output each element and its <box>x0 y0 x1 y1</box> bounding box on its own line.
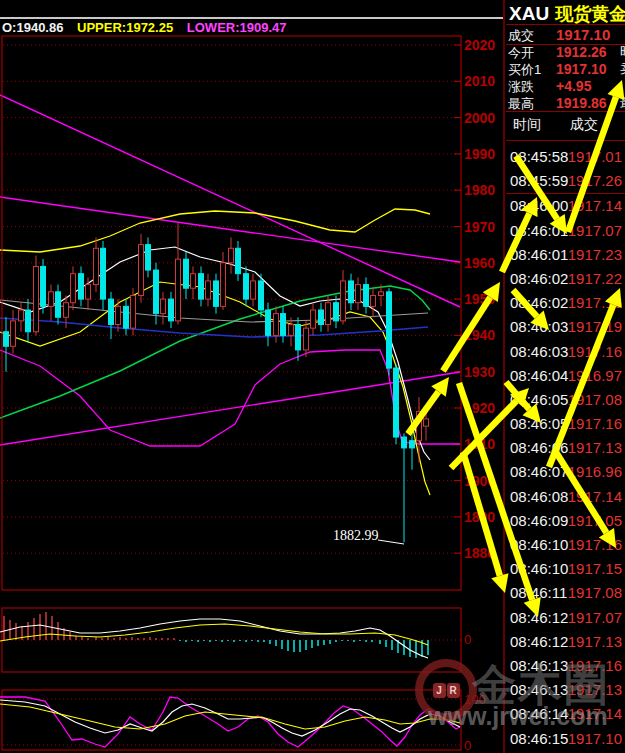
candle-body <box>371 295 376 306</box>
price-axis-label: 2000 <box>464 110 495 126</box>
candle-body <box>229 248 234 263</box>
candle-body <box>116 306 121 324</box>
candle-body <box>236 248 241 273</box>
price-column-header: 成交 <box>570 116 598 134</box>
tick-row: 08:46:141917.14 <box>506 702 625 726</box>
boll-upper-value: UPPER:1972.25 <box>77 20 173 35</box>
price-axis-label: 1970 <box>464 219 495 235</box>
price-axis-label: 1910 <box>464 436 495 452</box>
quote-next-column-label: 卖 <box>620 60 625 78</box>
tick-price: 1917.22 <box>558 267 622 291</box>
candle-body <box>124 306 129 328</box>
candle-body <box>387 292 392 368</box>
candle-body <box>379 292 384 296</box>
candle-body <box>79 274 84 299</box>
tick-price: 1916.97 <box>558 364 622 388</box>
candle-body <box>244 274 249 299</box>
candle-body <box>281 314 286 336</box>
boll-mid-value: O:1940.86 <box>2 20 63 35</box>
tick-price: 1917.16 <box>558 340 622 364</box>
quote-label: 最高 <box>508 95 556 113</box>
tick-price: 1917.23 <box>558 243 622 267</box>
candle-body <box>64 303 69 318</box>
price-axis-label: 1930 <box>464 364 495 380</box>
tick-row: 08:46:121917.13 <box>506 630 625 654</box>
tick-price: 1917.14 <box>558 702 622 726</box>
candle-body <box>41 266 46 306</box>
price-axis-label: 1960 <box>464 255 495 271</box>
trend-steep-line <box>0 95 460 307</box>
tick-price: 1917.01 <box>558 145 622 169</box>
quote-row: 买价11917.10卖 <box>508 60 625 76</box>
price-axis-label: 2010 <box>464 73 495 89</box>
candle-body <box>131 295 136 328</box>
candle-body <box>206 281 211 299</box>
tick-price: 1917.16 <box>558 533 622 557</box>
tick-row: 08:46:051917.08 <box>506 388 625 412</box>
quote-row: 成交1917.10 <box>508 26 625 42</box>
candle-body <box>356 285 361 303</box>
tick-price: 1917.14 <box>558 485 622 509</box>
candle-body <box>221 263 226 307</box>
instrument-name: 现货黄金 <box>555 4 625 24</box>
tick-row: 08:46:021917.22 <box>506 267 625 291</box>
tick-feed[interactable]: 08:45:581917.0108:45:591917.2608:46:0019… <box>506 145 625 751</box>
trading-terminal: O:1940.86 UPPER:1972.25 LOWER:1909.47 20… <box>0 0 625 753</box>
quote-panel: XAU现货黄金 成交1917.10今开1912.26昨买价11917.10卖涨跌… <box>506 0 625 753</box>
boll-upper-line <box>0 209 430 252</box>
candle-body <box>34 266 39 331</box>
candle-body <box>49 292 54 307</box>
tick-price: 1917.07 <box>558 219 622 243</box>
tick-table-header: 时间 成交 <box>506 116 625 136</box>
tick-row: 08:46:101917.15 <box>506 557 625 581</box>
time-column-header: 时间 <box>513 116 541 134</box>
candle-body <box>319 310 324 325</box>
candle-body <box>289 325 294 336</box>
tick-price: 1917.19 <box>558 315 622 339</box>
quote-next-column-label: 昨 <box>620 43 625 61</box>
candle-body <box>146 245 151 270</box>
tick-row: 08:46:051917.16 <box>506 412 625 436</box>
tick-row: 08:46:101917.16 <box>506 533 625 557</box>
candle-body <box>86 285 91 300</box>
tick-row: 08:46:131917.13 <box>506 678 625 702</box>
tick-row: 08:46:061917.13 <box>506 436 625 460</box>
tick-price: 1917.16 <box>558 654 622 678</box>
price-axis-label: 1950 <box>464 291 495 307</box>
tick-price: 1917.26 <box>558 169 622 193</box>
candle-body <box>11 321 16 346</box>
tick-price: 1917.13 <box>558 630 622 654</box>
candle-body <box>274 314 279 336</box>
candlestick-chart[interactable]: 2020201020001990198019701960195019401930… <box>0 0 506 753</box>
candle-body <box>199 274 204 299</box>
tick-row: 08:46:151917.10 <box>506 727 625 751</box>
symbol-code: XAU <box>509 3 549 24</box>
price-axis-label: 1900 <box>464 473 495 489</box>
tick-row: 08:46:121917.07 <box>506 606 625 630</box>
candle-body <box>169 299 174 321</box>
tick-price: 1917.13 <box>558 436 622 460</box>
tick-row: 08:46:031917.16 <box>506 340 625 364</box>
tick-price: 1917.16 <box>558 291 622 315</box>
tick-row: 08:46:131917.16 <box>506 654 625 678</box>
price-axis-label: 1880 <box>464 545 495 561</box>
candle-body <box>259 281 264 310</box>
candle-body <box>311 310 316 328</box>
tick-price: 1917.10 <box>558 727 622 751</box>
tick-row: 08:46:001917.14 <box>506 193 625 218</box>
tick-price: 1917.08 <box>558 581 622 605</box>
candle-body <box>266 310 271 335</box>
tick-row: 08:46:021917.16 <box>506 291 625 315</box>
macd-zero-label: 0 <box>464 632 471 647</box>
kdj-grid-label: 0 <box>464 738 471 753</box>
quote-value: +4.95 <box>556 78 591 94</box>
price-axis-label: 1980 <box>464 182 495 198</box>
tick-price: 1917.13 <box>558 678 622 702</box>
quote-value: 1917.10 <box>556 61 607 77</box>
tick-row: 08:46:071916.96 <box>506 460 625 484</box>
boll-indicator-header: O:1940.86 UPPER:1972.25 LOWER:1909.47 <box>2 20 502 35</box>
candle-body <box>161 299 166 314</box>
candle-body <box>139 245 144 296</box>
quote-next-column-label: 最 <box>620 94 625 112</box>
candle-body <box>56 292 61 317</box>
